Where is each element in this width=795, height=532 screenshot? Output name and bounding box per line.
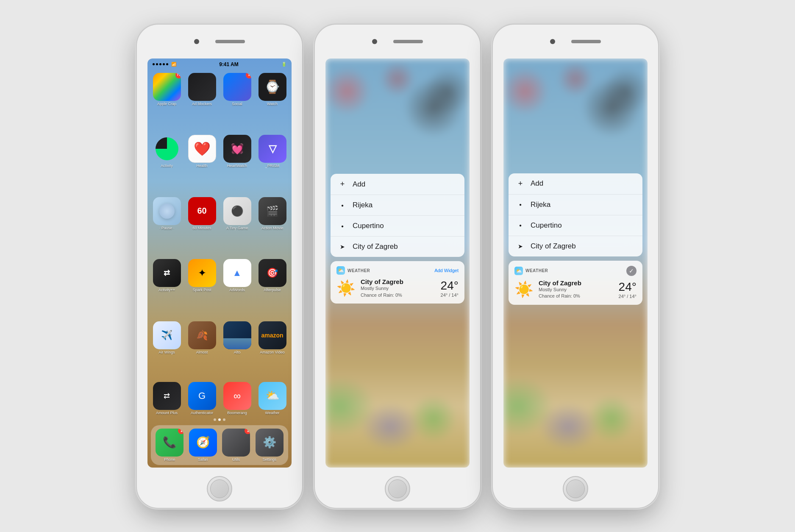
- app-weather-icon: ⛅: [259, 382, 286, 410]
- app-pause[interactable]: · Pause ·: [151, 197, 183, 255]
- dock-utils[interactable]: 1 Utils: [221, 429, 252, 462]
- weather-label-3: WEATHER: [525, 268, 548, 273]
- status-bar: 📶 9:41 AM 🔋: [147, 58, 292, 70]
- status-left: 📶: [153, 62, 176, 67]
- app-heartwatch-label: HeartWatch: [227, 164, 247, 168]
- app-boomerang-label: Boomerang: [227, 411, 247, 415]
- bottom-spacer-2: [331, 308, 464, 462]
- app-health-icon: ❤️: [188, 135, 216, 163]
- dock-safari-icon: 🧭: [189, 429, 217, 457]
- add-widget-btn-2[interactable]: Add Widget: [434, 268, 459, 273]
- app-60min[interactable]: 60 60 Minutes: [186, 197, 218, 255]
- signal-dot-1: [153, 63, 155, 65]
- app-social-label: Social: [232, 102, 242, 106]
- app-almost-icon: 🍂: [188, 321, 216, 349]
- dock-safari-label: Safari: [198, 457, 208, 462]
- menu-card-2: + Add ● Rijeka ● Cupertino ➤ City of Zag…: [331, 174, 464, 257]
- badge-apple-crap: 71: [175, 73, 181, 78]
- app-airwings[interactable]: ✈️ Air Wings: [151, 321, 183, 379]
- app-watch[interactable]: ⌚ Watch: [256, 73, 288, 131]
- menu-zagreb-3[interactable]: ➤ City of Zagreb: [509, 236, 642, 256]
- weather-widget-2: ⛅ WEATHER Add Widget ☀️ City of Zagreb M…: [331, 261, 464, 304]
- badge-utils: 1: [245, 429, 250, 434]
- app-adwords[interactable]: ▲ AdWords: [221, 259, 253, 317]
- menu-cupertino-2[interactable]: ● Cupertino: [331, 216, 464, 237]
- app-tinygame[interactable]: ⚫ A Tiny Game: [221, 197, 253, 255]
- camera-3: [550, 39, 555, 44]
- app-airwings-icon: ✈️: [153, 321, 181, 349]
- menu-cupertino-label-2: Cupertino: [353, 222, 384, 230]
- home-button-2[interactable]: [385, 476, 410, 501]
- app-prism-label: _PRISM: [265, 164, 280, 168]
- dot-rijeka-3: ●: [516, 202, 525, 207]
- dock-settings-icon: ⚙️: [256, 429, 284, 457]
- weather-sun-3: ☀️: [514, 281, 534, 298]
- weather-range-2: 24° / 14°: [441, 292, 459, 298]
- app-social[interactable]: 1 Social: [221, 73, 253, 131]
- app-auth[interactable]: G Authenticator: [186, 382, 218, 415]
- app-activity[interactable]: Activity: [151, 135, 183, 193]
- widget-checkmark-3[interactable]: ✓: [626, 266, 637, 276]
- app-auth-icon: G: [188, 382, 216, 410]
- widget-content-2: + Add ● Rijeka ● Cupertino ➤ City of Zag…: [325, 58, 470, 468]
- menu-zagreb-2[interactable]: ➤ City of Zagreb: [331, 237, 464, 257]
- menu-cupertino-3[interactable]: ● Cupertino: [509, 215, 642, 236]
- phone-2: + Add ● Rijeka ● Cupertino ➤ City of Zag…: [315, 25, 480, 508]
- dot-cupertino-3: ●: [516, 223, 525, 228]
- app-almost[interactable]: 🍂 Almost: [186, 321, 218, 379]
- speaker-1: [215, 40, 245, 43]
- app-watch-icon: ⌚: [259, 73, 286, 101]
- app-ad-blockers-label: Ad blockers: [192, 102, 212, 106]
- app-boomerang[interactable]: ∞ Boomerang: [221, 382, 253, 415]
- app-health[interactable]: ❤️ Health: [186, 135, 218, 193]
- app-watch-label: Watch: [267, 102, 278, 106]
- dock-safari[interactable]: 🧭 Safari: [188, 429, 219, 462]
- app-heartwatch[interactable]: 💓 HeartWatch: [221, 135, 253, 193]
- weather-desc1-2: Mostly Sunny: [361, 285, 436, 292]
- badge-social: 1: [246, 73, 251, 78]
- dock-settings[interactable]: ⚙️ Settings: [254, 429, 285, 462]
- weather-temp-3: 24°: [619, 280, 637, 294]
- home-button-inner-3: [566, 479, 585, 498]
- menu-rijeka-2[interactable]: ● Rijeka: [331, 195, 464, 216]
- weather-header-left-2: ⛅ WEATHER: [336, 266, 370, 275]
- menu-rijeka-3[interactable]: ● Rijeka: [509, 195, 642, 215]
- app-amountplus-label: Amount Plus: [156, 411, 178, 415]
- app-ad-blockers-icon: [188, 73, 216, 101]
- app-activitypp[interactable]: ⇄ Activity++: [151, 259, 183, 317]
- camera-2: [372, 39, 377, 44]
- app-amazon-label: Amazon Video: [260, 350, 284, 354]
- menu-cupertino-label-3: Cupertino: [531, 221, 562, 230]
- app-amountplus[interactable]: ⇄ Amount Plus: [151, 382, 183, 415]
- app-alto[interactable]: Alto: [221, 321, 253, 379]
- screen-3: + Add ● Rijeka ● Cupertino ➤ City of Zag…: [503, 58, 648, 468]
- phone-3: + Add ● Rijeka ● Cupertino ➤ City of Zag…: [493, 25, 658, 508]
- widget-screen-3: + Add ● Rijeka ● Cupertino ➤ City of Zag…: [503, 58, 648, 468]
- signal-dot-5: [166, 63, 168, 65]
- dock-utils-icon: 1: [222, 429, 250, 457]
- home-button-3[interactable]: [563, 476, 588, 501]
- weather-city-3: City of Zagreb: [539, 279, 614, 287]
- app-action[interactable]: 🎬 Action Movie: [256, 197, 288, 255]
- home-button-1[interactable]: [207, 476, 232, 501]
- app-afterpulse[interactable]: 🎯 Afterpulse: [256, 259, 288, 317]
- phone-top-2: [315, 25, 480, 58]
- app-ad-blockers[interactable]: Ad blockers: [186, 73, 218, 131]
- app-activitypp-icon: ⇄: [153, 259, 181, 287]
- menu-rijeka-label-3: Rijeka: [531, 201, 550, 209]
- app-weather[interactable]: ⛅ Weather: [256, 382, 288, 415]
- menu-add-3[interactable]: + Add: [509, 173, 642, 195]
- weather-city-2: City of Zagreb: [361, 278, 436, 285]
- menu-add-2[interactable]: + Add: [331, 174, 464, 195]
- app-prism[interactable]: ▽ _PRISM: [256, 135, 288, 193]
- app-amazon[interactable]: amazon Amazon Video: [256, 321, 288, 379]
- weather-header-3: ⛅ WEATHER ✓: [514, 266, 637, 276]
- app-activity-label: Activity: [161, 164, 173, 168]
- app-apple-crap[interactable]: 71 Apple Crap: [151, 73, 183, 131]
- dock-phone[interactable]: 📞 1 Phone: [154, 429, 185, 462]
- weather-body-2: ☀️ City of Zagreb Mostly Sunny Chance of…: [336, 278, 459, 298]
- weather-widget-3: ⛅ WEATHER ✓ ☀️ City of Zagreb Mostly Sun…: [509, 261, 642, 305]
- app-spark[interactable]: ✦ Spark Post: [186, 259, 218, 317]
- app-prism-icon: ▽: [259, 135, 286, 163]
- menu-zagreb-label-3: City of Zagreb: [531, 242, 576, 251]
